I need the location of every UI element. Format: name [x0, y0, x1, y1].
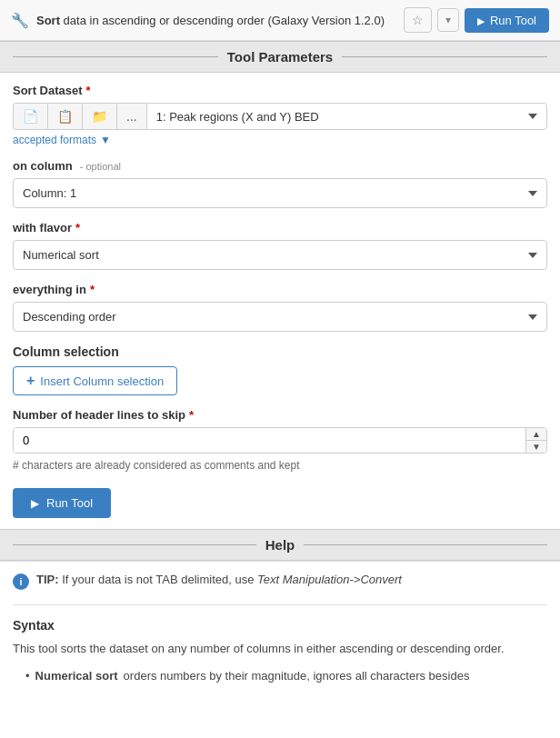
dataset-icons: 📄 📋 📁 ... — [13, 103, 146, 130]
tip-italic: Text Manipulation->Convert — [257, 573, 402, 586]
tip-label: TIP: — [36, 573, 59, 586]
header-lines-group: Number of header lines to skip * ▲ ▼ # c… — [13, 408, 547, 472]
dataset-more-btn[interactable]: ... — [117, 104, 146, 129]
insert-column-button[interactable]: + Insert Column selection — [13, 366, 177, 395]
on-column-label: on column - optional — [13, 159, 547, 173]
tip-body: If your data is not TAB delimited, use — [62, 573, 257, 586]
on-column-select[interactable]: Column: 1 — [13, 178, 547, 208]
everything-in-group: everything in * Descending order — [13, 283, 547, 332]
run-tool-button-main[interactable]: Run Tool — [13, 488, 111, 518]
wrench-icon: 🔧 — [11, 12, 29, 29]
syntax-desc: This tool sorts the dataset on any numbe… — [13, 640, 547, 658]
required-star-header: * — [189, 408, 194, 422]
header-line-left — [13, 56, 218, 57]
tip-text: TIP: If your data is not TAB delimited, … — [36, 573, 402, 586]
info-icon: i — [13, 573, 29, 590]
accepted-formats-link[interactable]: accepted formats ▼ — [13, 134, 547, 146]
required-star-flavor: * — [75, 221, 80, 234]
bullet-text: orders numbers by their magnitude, ignor… — [124, 667, 470, 685]
form-area: Sort Dataset * 📄 📋 📁 ... 1: Peak regions — [0, 73, 560, 529]
on-column-group: on column - optional Column: 1 — [13, 159, 547, 208]
spin-up-button[interactable]: ▲ — [526, 428, 546, 441]
dataset-select[interactable]: 1: Peak regions (X and Y) BED — [146, 103, 547, 130]
file-icon: 📄 — [23, 109, 38, 124]
folder-icon: 📁 — [92, 109, 107, 124]
help-divider — [13, 604, 547, 605]
help-title: Help — [265, 537, 295, 553]
tool-params-header: Tool Parameters — [0, 41, 560, 73]
star-button[interactable]: ☆ — [404, 7, 432, 33]
dataset-folder-icon-btn[interactable]: 📁 — [83, 104, 117, 129]
header-lines-input[interactable] — [14, 428, 525, 453]
number-spin: ▲ ▼ — [525, 428, 546, 453]
tip-box: i TIP: If your data is not TAB delimited… — [13, 573, 547, 590]
syntax-title: Syntax — [13, 618, 547, 633]
spin-down-button[interactable]: ▼ — [526, 441, 546, 453]
insert-column-label: Insert Column selection — [40, 374, 164, 388]
syntax-section: Syntax This tool sorts the dataset on an… — [13, 618, 547, 684]
dataset-row: 📄 📋 📁 ... 1: Peak regions (X and Y) BED — [13, 103, 547, 130]
plus-icon: + — [26, 374, 35, 388]
sort-dataset-label: Sort Dataset * — [13, 84, 547, 97]
everything-in-select[interactable]: Descending order — [13, 302, 547, 332]
number-input-wrapper: ▲ ▼ — [13, 427, 547, 454]
chevron-button[interactable]: ▾ — [437, 8, 459, 32]
help-area: i TIP: If your data is not TAB delimited… — [0, 561, 560, 695]
accepted-formats-text: accepted formats — [13, 134, 96, 146]
top-bar-title: Sort data in ascending or descending ord… — [36, 14, 396, 27]
top-bar-actions: ☆ ▾ Run Tool — [404, 7, 549, 33]
bullet-numerical-sort: Numerical sort orders numbers by their m… — [25, 667, 547, 685]
help-header: Help — [0, 529, 560, 561]
sort-dataset-group: Sort Dataset * 📄 📋 📁 ... 1: Peak regions — [13, 84, 547, 146]
required-star-sort: * — [86, 84, 91, 97]
copy-icon: 📋 — [57, 109, 73, 124]
column-selection-group: Column selection + Insert Column selecti… — [13, 344, 547, 395]
run-tool-label-top: Run Tool — [490, 14, 536, 27]
title-rest: data in ascending or descending order (G… — [60, 14, 385, 27]
top-bar: 🔧 Sort data in ascending or descending o… — [0, 0, 560, 41]
header-line-right — [342, 56, 547, 57]
more-icon: ... — [126, 109, 137, 124]
dataset-copy-icon-btn[interactable]: 📋 — [48, 104, 83, 129]
play-icon-main — [31, 496, 39, 510]
hint-text: # characters are already considered as c… — [13, 459, 547, 472]
with-flavor-group: with flavor * Numerical sort — [13, 221, 547, 270]
everything-in-label: everything in * — [13, 283, 547, 296]
run-tool-label-main: Run Tool — [46, 496, 93, 510]
sort-word: Sort — [36, 14, 60, 27]
dataset-file-icon-btn[interactable]: 📄 — [14, 104, 48, 129]
header-lines-label: Number of header lines to skip * — [13, 408, 547, 422]
with-flavor-select[interactable]: Numerical sort — [13, 240, 547, 270]
help-line-left — [13, 544, 256, 545]
run-tool-button-top[interactable]: Run Tool — [465, 8, 549, 33]
column-selection-header: Column selection — [13, 344, 547, 359]
accepted-formats-chevron: ▼ — [100, 134, 111, 146]
with-flavor-label: with flavor * — [13, 221, 547, 234]
help-line-right — [304, 544, 547, 545]
play-icon-top — [477, 14, 485, 27]
tool-params-title: Tool Parameters — [227, 49, 333, 65]
optional-tag: - optional — [80, 161, 121, 172]
bullet-bold: Numerical sort — [35, 667, 118, 685]
required-star-order: * — [90, 283, 95, 296]
